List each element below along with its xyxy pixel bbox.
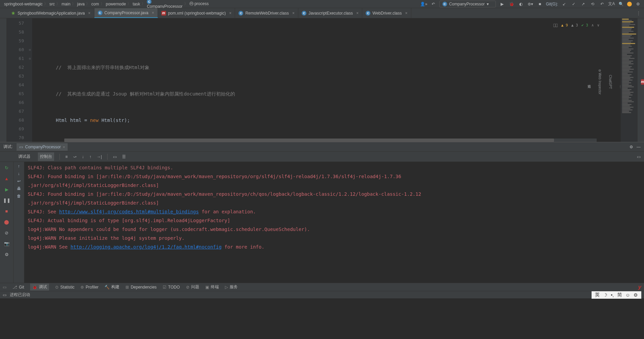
console-tab[interactable]: 控制台 bbox=[38, 152, 54, 161]
reader-mode-icon[interactable]: 👁⃠ bbox=[553, 21, 558, 30]
class-icon: C bbox=[366, 11, 370, 16]
ime-indicator[interactable]: 英 ☽ •, 简 ☺ ⚙ bbox=[592, 291, 641, 299]
fold-icon[interactable]: ⊟ bbox=[29, 45, 31, 54]
stop-debug-icon[interactable]: ▲ bbox=[3, 175, 10, 182]
layout-icon[interactable]: ▭ bbox=[637, 154, 641, 159]
rerun-icon[interactable]: ↻ bbox=[3, 164, 10, 171]
tab-pom-xml[interactable]: m pom.xml (springboot-webmagic) × bbox=[158, 8, 235, 18]
tab-js-executor[interactable]: C JavascriptExecutor.class × bbox=[298, 8, 362, 18]
code-area[interactable]: 👁⃠ ▲ 9 ▲ 3 ✔ 3 ∧ ∨ // 将上面得出来的字符串转换成Html对… bbox=[32, 18, 620, 142]
run-to-cursor-icon[interactable]: →| bbox=[97, 154, 102, 159]
statistic-tool[interactable]: ⊙Statistic bbox=[55, 285, 74, 290]
crumb[interactable]: ⓜ process bbox=[188, 1, 210, 7]
user-add-icon[interactable]: 👤» bbox=[420, 1, 427, 7]
tab-springboot-app[interactable]: ❀ SpringbootWebmagicApplication.java × bbox=[7, 8, 94, 18]
horizontal-scrollbar[interactable] bbox=[64, 139, 597, 142]
run-config-select[interactable]: C CompanyProcessor ▾ bbox=[439, 1, 496, 7]
close-icon[interactable]: × bbox=[292, 11, 295, 16]
stop-icon[interactable]: ■ bbox=[3, 207, 10, 215]
search-icon[interactable]: 🔍 bbox=[618, 1, 624, 7]
git-update-icon[interactable]: ↙ bbox=[561, 1, 568, 7]
warnings-count[interactable]: ▲ 9 bbox=[561, 21, 568, 30]
crumb[interactable]: C CompanyProcessor bbox=[145, 0, 184, 9]
crumb[interactable]: main bbox=[60, 2, 72, 6]
translate-icon[interactable]: 文A bbox=[608, 1, 615, 7]
class-icon: C bbox=[98, 10, 102, 15]
evaluate-icon[interactable]: ▭ bbox=[113, 154, 117, 159]
camera-icon[interactable]: 📷 bbox=[3, 240, 10, 247]
git-rollback-icon[interactable]: ↶ bbox=[599, 1, 605, 7]
fold-icon[interactable]: ⊟ bbox=[29, 54, 31, 63]
debug-session-tab[interactable]: ▭ CompanyProcessor × bbox=[17, 143, 68, 151]
dependencies-tool[interactable]: ⊞Dependencies bbox=[125, 285, 157, 290]
console-link[interactable]: http://www.slf4j.org/codes.html#multiple… bbox=[59, 209, 199, 214]
crumb[interactable]: powernode bbox=[105, 2, 127, 6]
soft-wrap-icon[interactable]: ↩ bbox=[17, 179, 21, 184]
crumb[interactable]: task bbox=[131, 2, 141, 6]
close-icon[interactable]: × bbox=[152, 10, 154, 15]
notification-icon[interactable]: y bbox=[638, 284, 641, 290]
close-icon[interactable]: × bbox=[229, 11, 231, 16]
step-into-icon[interactable]: ↓ bbox=[82, 154, 84, 159]
crumb[interactable]: src bbox=[48, 2, 56, 6]
services-tool[interactable]: ▷服务 bbox=[225, 284, 238, 290]
spring-icon: ❀ bbox=[11, 11, 16, 16]
git-commit-icon[interactable]: ✓ bbox=[570, 1, 577, 7]
mute-breakpoints-icon[interactable]: ⊘ bbox=[3, 229, 10, 236]
maven-icon[interactable]: m bbox=[641, 79, 644, 85]
crumb[interactable]: java bbox=[76, 2, 86, 6]
git-history-icon[interactable]: ⟲ bbox=[589, 1, 596, 7]
prev-highlight-icon[interactable]: ∧ bbox=[592, 21, 594, 30]
back-icon[interactable]: ↶ bbox=[430, 1, 437, 7]
build-tool[interactable]: 🔨构建 bbox=[105, 284, 119, 290]
print-icon[interactable]: 🖶 bbox=[17, 186, 21, 191]
minimap[interactable] bbox=[620, 18, 637, 142]
tab-remote-webdriver[interactable]: C RemoteWebDriver.class × bbox=[235, 8, 298, 18]
git-push-icon[interactable]: ↗ bbox=[580, 1, 586, 7]
close-icon[interactable]: × bbox=[63, 145, 65, 149]
crumb[interactable]: springboot-webmagic bbox=[3, 2, 44, 6]
close-icon[interactable]: × bbox=[405, 11, 408, 16]
coverage-icon[interactable]: ◐ bbox=[518, 1, 524, 7]
console-link[interactable]: http://logging.apache.org/log4j/1.2/faq.… bbox=[70, 244, 222, 250]
crumb[interactable]: com bbox=[90, 2, 100, 6]
todo-tool[interactable]: ☑TODO bbox=[163, 285, 180, 290]
settings-icon[interactable]: ⚙ bbox=[3, 251, 10, 258]
run-icon[interactable]: ▶ bbox=[499, 1, 505, 7]
inspection-bar: 👁⃠ ▲ 9 ▲ 3 ✔ 3 ∧ ∨ bbox=[551, 20, 602, 30]
step-over-icon[interactable]: ⤻ bbox=[73, 154, 76, 159]
breakpoints-icon[interactable]: ⬤ bbox=[3, 218, 10, 226]
frames-icon[interactable]: ☰ bbox=[122, 154, 126, 159]
problems-tool[interactable]: ⊘问题 bbox=[186, 284, 199, 290]
debug-tool[interactable]: 🐞调试 bbox=[30, 283, 49, 291]
typos-count[interactable]: ✔ 3 bbox=[581, 21, 588, 30]
clear-icon[interactable]: 🗑 bbox=[17, 194, 21, 198]
close-icon[interactable]: × bbox=[88, 11, 91, 16]
resume-icon[interactable]: ▶ bbox=[3, 186, 10, 193]
weak-warnings-count[interactable]: ▲ 3 bbox=[571, 21, 578, 30]
scroll-up-icon[interactable]: ↑ bbox=[18, 164, 20, 169]
debugger-tab[interactable]: 调试器 bbox=[16, 152, 32, 161]
terminal-tool[interactable]: ▣终端 bbox=[205, 284, 219, 290]
tool-window-icon[interactable]: ▭ bbox=[3, 285, 6, 290]
scroll-down-icon[interactable]: ↓ bbox=[18, 171, 20, 176]
debug-icon[interactable]: 🐞 bbox=[508, 1, 515, 7]
minimize-icon[interactable]: — bbox=[637, 145, 641, 149]
threads-icon[interactable]: ≡ bbox=[65, 154, 68, 159]
tab-webdriver[interactable]: C WebDriver.class × bbox=[362, 8, 411, 18]
settings-icon[interactable]: ⚙ bbox=[635, 1, 641, 7]
git-tool[interactable]: ⎇Git bbox=[13, 285, 24, 290]
next-highlight-icon[interactable]: ∨ bbox=[597, 21, 599, 30]
tab-company-processor[interactable]: C CompanyProcessor.java × bbox=[94, 8, 158, 18]
profiler-tool[interactable]: ⊚Profiler bbox=[80, 285, 98, 290]
gutter[interactable]: 57 58 59 60 61 62 63 64 65 66 67 68 69 7… bbox=[7, 18, 32, 142]
tabs-more-icon[interactable]: ⋮ bbox=[633, 8, 644, 18]
profile-icon[interactable]: ⊚▾ bbox=[527, 1, 534, 7]
pause-icon[interactable]: ❚❚ bbox=[3, 196, 10, 204]
stop-icon[interactable]: ■ bbox=[536, 1, 543, 7]
close-icon[interactable]: × bbox=[356, 11, 359, 16]
notification-icon[interactable] bbox=[627, 2, 632, 6]
step-out-icon[interactable]: ↑ bbox=[89, 154, 91, 159]
gear-icon[interactable]: ⚙ bbox=[629, 145, 633, 149]
console-output[interactable]: SLF4J: Class path contains multiple SLF4… bbox=[24, 162, 644, 283]
